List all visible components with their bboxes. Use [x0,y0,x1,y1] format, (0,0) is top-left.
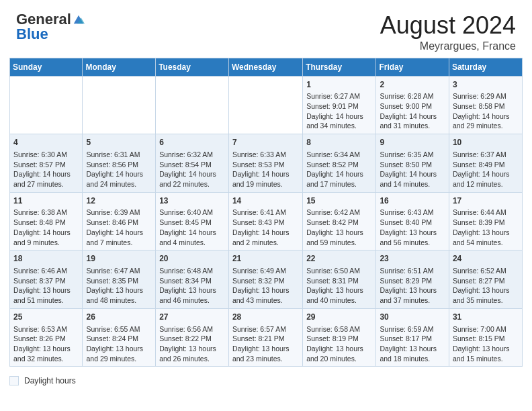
calendar-cell: 26Sunrise: 6:55 AMSunset: 8:24 PMDayligh… [83,308,156,367]
day-number: 27 [159,312,225,323]
day-info: Sunset: 8:48 PM [13,218,79,228]
footer: Daylight hours [0,373,532,390]
calendar-cell [83,76,156,134]
day-number: 4 [13,137,79,148]
calendar-cell: 3Sunrise: 6:29 AMSunset: 8:58 PMDaylight… [449,76,522,134]
day-info: Sunset: 8:21 PM [232,334,299,344]
day-info: Daylight: 14 hours and 34 minutes. [306,111,372,131]
title-area: August 2024 Meyrargues, France [380,12,516,52]
calendar-cell: 23Sunrise: 6:51 AMSunset: 8:29 PMDayligh… [376,250,449,309]
day-info: Sunrise: 6:29 AM [453,91,519,101]
calendar-cell: 9Sunrise: 6:35 AMSunset: 8:50 PMDaylight… [376,134,449,193]
day-info: Daylight: 14 hours and 22 minutes. [159,169,225,189]
day-number: 24 [453,253,519,265]
day-info: Sunset: 8:29 PM [380,276,445,286]
calendar-cell: 2Sunrise: 6:28 AMSunset: 9:00 PMDaylight… [376,76,449,134]
calendar-cell: 17Sunrise: 6:44 AMSunset: 8:39 PMDayligh… [449,192,522,250]
day-info: Sunset: 8:24 PM [86,334,152,344]
day-info: Sunrise: 6:32 AM [159,150,225,160]
month-year-title: August 2024 [380,12,516,39]
day-info: Sunset: 8:50 PM [380,160,445,170]
day-info: Sunrise: 6:39 AM [86,208,152,218]
day-info: Sunrise: 6:28 AM [380,91,445,101]
day-info: Daylight: 13 hours and 29 minutes. [86,344,152,363]
day-info: Sunset: 8:19 PM [306,334,372,344]
calendar-cell: 5Sunrise: 6:31 AMSunset: 8:56 PMDaylight… [83,134,156,193]
calendar-cell: 29Sunrise: 6:58 AMSunset: 8:19 PMDayligh… [303,308,376,367]
day-info: Daylight: 14 hours and 24 minutes. [86,169,152,189]
calendar-cell [228,76,302,134]
day-info: Sunset: 8:49 PM [453,160,519,170]
day-number: 12 [86,195,152,207]
day-number: 2 [380,79,445,91]
day-info: Daylight: 14 hours and 9 minutes. [13,228,79,247]
day-info: Sunrise: 6:33 AM [232,150,299,160]
day-number: 28 [232,312,299,323]
day-info: Daylight: 13 hours and 32 minutes. [13,344,79,363]
day-number: 10 [453,137,519,148]
day-info: Sunset: 8:57 PM [13,160,79,170]
day-info: Sunset: 8:56 PM [86,160,152,170]
day-info: Daylight: 13 hours and 54 minutes. [453,228,519,247]
calendar-cell: 12Sunrise: 6:39 AMSunset: 8:46 PMDayligh… [83,192,156,250]
day-info: Sunrise: 6:59 AM [380,324,445,334]
day-number: 5 [86,137,152,148]
day-number: 7 [232,137,299,148]
day-number: 30 [380,312,445,323]
day-number: 14 [232,195,299,207]
day-info: Daylight: 14 hours and 31 minutes. [380,111,445,131]
day-info: Daylight: 14 hours and 7 minutes. [86,228,152,247]
day-info: Daylight: 13 hours and 48 minutes. [86,285,152,305]
day-info: Daylight: 13 hours and 35 minutes. [453,285,519,305]
day-info: Sunset: 8:54 PM [159,160,225,170]
day-info: Daylight: 13 hours and 40 minutes. [306,285,372,305]
day-number: 21 [232,253,299,265]
day-info: Daylight: 13 hours and 43 minutes. [232,285,299,305]
calendar-table: Sunday Monday Tuesday Wednesday Thursday… [9,58,523,367]
day-info: Daylight: 14 hours and 29 minutes. [453,111,519,131]
day-number: 17 [453,195,519,207]
day-info: Daylight: 14 hours and 12 minutes. [453,169,519,189]
day-info: Sunrise: 6:37 AM [453,150,519,160]
day-info: Sunset: 8:46 PM [86,218,152,228]
day-number: 31 [453,312,519,323]
day-info: Sunset: 8:52 PM [306,160,372,170]
col-wednesday: Wednesday [228,58,302,76]
day-info: Daylight: 14 hours and 4 minutes. [159,228,225,247]
day-info: Sunrise: 6:51 AM [380,266,445,276]
day-number: 8 [306,137,372,148]
day-info: Daylight: 13 hours and 15 minutes. [453,344,519,363]
calendar-cell: 1Sunrise: 6:27 AMSunset: 9:01 PMDaylight… [303,76,376,134]
calendar-cell [156,76,229,134]
day-info: Sunset: 8:37 PM [13,276,79,286]
location-subtitle: Meyrargues, France [380,40,516,52]
day-info: Sunrise: 6:31 AM [86,150,152,160]
day-info: Sunset: 8:35 PM [86,276,152,286]
calendar-week-2: 4Sunrise: 6:30 AMSunset: 8:57 PMDaylight… [10,134,523,193]
day-info: Sunrise: 6:58 AM [306,324,372,334]
calendar-body: 1Sunrise: 6:27 AMSunset: 9:01 PMDaylight… [10,76,523,367]
calendar-week-4: 18Sunrise: 6:46 AMSunset: 8:37 PMDayligh… [10,250,523,309]
day-info: Daylight: 13 hours and 23 minutes. [232,344,299,363]
calendar-week-1: 1Sunrise: 6:27 AMSunset: 9:01 PMDaylight… [10,76,523,134]
day-info: Sunrise: 6:50 AM [306,266,372,276]
col-monday: Monday [83,58,156,76]
day-info: Sunrise: 6:27 AM [306,91,372,101]
logo-general-text: General [16,12,71,27]
day-info: Sunset: 8:32 PM [232,276,299,286]
calendar-cell [10,76,83,134]
logo: General Blue [16,12,85,42]
col-thursday: Thursday [303,58,376,76]
calendar-cell: 24Sunrise: 6:52 AMSunset: 8:27 PMDayligh… [449,250,522,309]
calendar-cell: 14Sunrise: 6:41 AMSunset: 8:43 PMDayligh… [228,192,302,250]
day-info: Daylight: 13 hours and 26 minutes. [159,344,225,363]
col-saturday: Saturday [449,58,522,76]
day-info: Daylight: 13 hours and 20 minutes. [306,344,372,363]
page-header: General Blue August 2024 Meyrargues, Fra… [0,0,532,58]
day-info: Sunrise: 6:30 AM [13,150,79,160]
calendar-cell: 25Sunrise: 6:53 AMSunset: 8:26 PMDayligh… [10,308,83,367]
calendar-cell: 13Sunrise: 6:40 AMSunset: 8:45 PMDayligh… [156,192,229,250]
day-info: Sunrise: 6:49 AM [232,266,299,276]
day-info: Sunset: 8:43 PM [232,218,299,228]
daylight-label: Daylight hours [24,376,76,385]
